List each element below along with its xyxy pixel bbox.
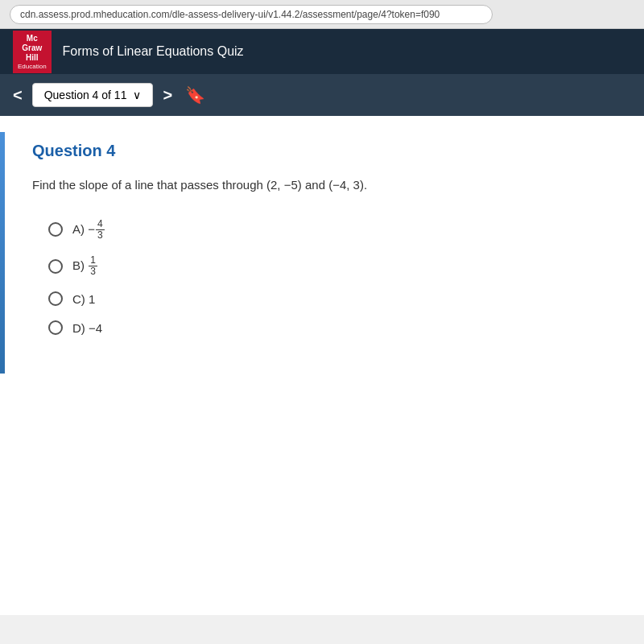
question-selector-label: Question 4 of 11 — [44, 89, 127, 101]
option-b[interactable]: B) 13 — [48, 255, 612, 277]
browser-bar: cdn.assess.prod.mheducation.com/dle-asse… — [0, 0, 644, 29]
option-b-label: B) 13 — [72, 255, 97, 277]
option-d-label: D) −4 — [72, 321, 102, 335]
logo-line2: Graw — [22, 43, 42, 53]
question-text: Find the slope of a line that passes thr… — [32, 176, 612, 195]
top-nav: Mc Graw Hill Education Forms of Linear E… — [0, 29, 644, 74]
option-a-label: A) −43 — [72, 219, 105, 241]
quiz-title: Forms of Linear Equations Quiz — [63, 44, 244, 59]
logo-line1: Mc — [27, 34, 38, 43]
option-c[interactable]: C) 1 — [48, 291, 612, 306]
dropdown-arrow-icon: ∨ — [133, 89, 141, 101]
option-d[interactable]: D) −4 — [48, 320, 612, 335]
logo-education: Education — [18, 63, 47, 70]
radio-d[interactable] — [48, 320, 63, 335]
main-content: Question 4 Find the slope of a line that… — [0, 116, 644, 615]
question-nav: < Question 4 of 11 ∨ > 🔖 — [0, 74, 644, 116]
radio-c[interactable] — [48, 291, 63, 306]
logo-line3: Hill — [26, 53, 39, 63]
question-heading: Question 4 — [32, 142, 612, 160]
options-list: A) −43 B) 13 C) 1 D) −4 — [48, 219, 612, 336]
url-bar[interactable]: cdn.assess.prod.mheducation.com/dle-asse… — [10, 5, 493, 24]
next-question-button[interactable]: > — [163, 86, 172, 105]
blue-accent-bar — [0, 132, 5, 374]
fraction-a: 43 — [96, 219, 105, 241]
bookmark-icon[interactable]: 🔖 — [185, 85, 205, 105]
option-a[interactable]: A) −43 — [48, 219, 612, 241]
logo: Mc Graw Hill Education — [13, 31, 52, 73]
radio-b[interactable] — [48, 259, 63, 274]
radio-a[interactable] — [48, 222, 63, 237]
option-c-label: C) 1 — [72, 292, 95, 306]
fraction-b: 13 — [89, 255, 97, 277]
question-selector[interactable]: Question 4 of 11 ∨ — [32, 83, 154, 107]
prev-question-button[interactable]: < — [13, 86, 23, 105]
